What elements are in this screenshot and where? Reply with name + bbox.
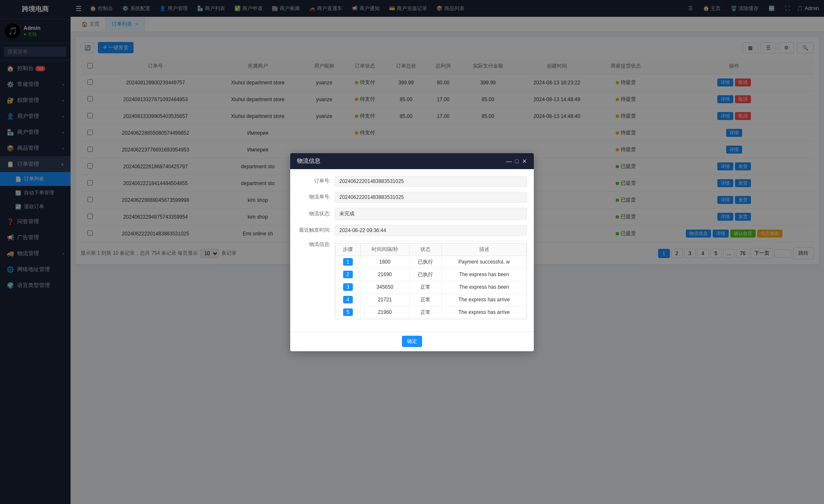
th-lstatus: 状态 — [409, 243, 442, 256]
ld-interval: 21960 — [360, 306, 409, 319]
ld-step: 4 — [336, 293, 361, 306]
modal-footer: 确定 — [290, 331, 534, 351]
logistics-row: 3 345650 正常 The express has been — [336, 281, 527, 293]
ld-desc: The express has arrive — [442, 293, 527, 306]
ld-status: 正常 — [409, 281, 442, 293]
ld-status: 已执行 — [409, 268, 442, 281]
th-interval: 时间间隔/秒 — [360, 243, 409, 256]
order-no-value: 20240622201483883531025 — [335, 176, 527, 187]
last-update-value: 2024-06-22 09:36:44 — [335, 225, 527, 236]
step-badge: 1 — [343, 258, 353, 266]
step-badge: 2 — [343, 271, 353, 278]
ld-step: 5 — [336, 306, 361, 319]
logistics-detail-table: 步骤 时间间隔/秒 状态 描述 1 1800 已执行 Payment succe… — [335, 243, 527, 319]
ld-interval: 21690 — [360, 268, 409, 281]
logistics-no-value: 20240622201483883531025 — [335, 192, 527, 203]
modal-title: 物流信息 — [297, 157, 506, 165]
ld-interval: 345650 — [360, 281, 409, 293]
ld-step: 1 — [336, 256, 361, 268]
logistics-status-row: 物流状态: 未完成 — [297, 208, 527, 220]
order-no-row: 订单号: 20240622201483883531025 — [297, 176, 527, 187]
modal-maximize-button[interactable]: □ — [515, 158, 519, 165]
step-badge: 5 — [343, 308, 353, 316]
last-update-label: 最近触发时间: — [297, 227, 335, 234]
ld-step: 3 — [336, 281, 361, 293]
modal-minimize-button[interactable]: — — [506, 158, 512, 165]
logistics-table-scroll[interactable]: 步骤 时间间隔/秒 状态 描述 1 1800 已执行 Payment succe… — [335, 241, 527, 319]
ld-step: 2 — [336, 268, 361, 281]
ld-status: 正常 — [409, 306, 442, 319]
order-no-label: 订单号: — [297, 178, 335, 185]
step-badge: 4 — [343, 296, 353, 303]
th-desc: 描述 — [442, 243, 527, 256]
modal-overlay[interactable]: 物流信息 — □ ✕ 订单号: 20240622201483883531025 … — [0, 0, 824, 504]
ld-interval: 21721 — [360, 293, 409, 306]
logistics-row: 5 21960 正常 The express has arrive — [336, 306, 527, 319]
th-step: 步骤 — [336, 243, 361, 256]
ld-desc: The express has been — [442, 268, 527, 281]
ld-interval: 1800 — [360, 256, 409, 268]
modal-close-button[interactable]: ✕ — [522, 158, 527, 165]
logistics-status-value: 未完成 — [335, 208, 527, 220]
ld-desc: The express has been — [442, 281, 527, 293]
step-badge: 3 — [343, 283, 353, 291]
logistics-info-row: 物流信息: 步骤 时间间隔/秒 状态 描述 — [297, 241, 527, 319]
logistics-status-label: 物流状态: — [297, 210, 335, 217]
logistics-row: 1 1800 已执行 Payment successful, w — [336, 256, 527, 268]
logistics-table-wrap: 步骤 时间间隔/秒 状态 描述 1 1800 已执行 Payment succe… — [335, 241, 527, 319]
ld-desc: Payment successful, w — [442, 256, 527, 268]
logistics-info-label: 物流信息: — [297, 241, 335, 248]
modal-controls: — □ ✕ — [506, 158, 527, 165]
ld-desc: The express has arrive — [442, 306, 527, 319]
ld-status: 已执行 — [409, 256, 442, 268]
ld-status: 正常 — [409, 293, 442, 306]
last-update-row: 最近触发时间: 2024-06-22 09:36:44 — [297, 225, 527, 236]
logistics-modal: 物流信息 — □ ✕ 订单号: 20240622201483883531025 … — [290, 153, 534, 351]
modal-body: 订单号: 20240622201483883531025 物流单号: 20240… — [290, 169, 534, 331]
logistics-no-row: 物流单号: 20240622201483883531025 — [297, 192, 527, 203]
modal-confirm-button[interactable]: 确定 — [402, 336, 422, 347]
modal-header: 物流信息 — □ ✕ — [290, 153, 534, 169]
logistics-row: 2 21690 已执行 The express has been — [336, 268, 527, 281]
logistics-row: 4 21721 正常 The express has arrive — [336, 293, 527, 306]
logistics-no-label: 物流单号: — [297, 193, 335, 201]
